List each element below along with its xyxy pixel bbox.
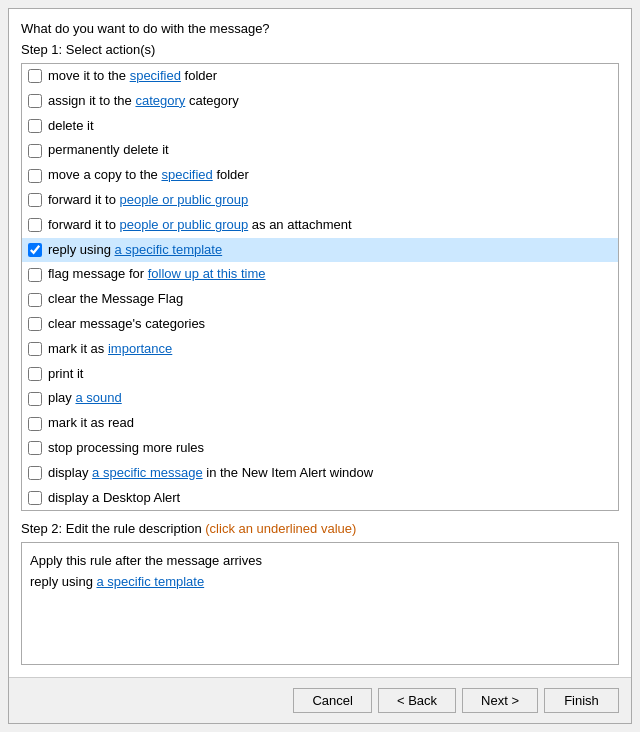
action-label-print: print it (48, 364, 83, 385)
action-label-play-sound: play a sound (48, 388, 122, 409)
action-link-assign[interactable]: category (135, 93, 185, 108)
action-label-perm-delete: permanently delete it (48, 140, 169, 161)
action-item-play-sound: play a sound (22, 386, 618, 411)
next-button[interactable]: Next > (462, 688, 538, 713)
checkbox-desktop-alert[interactable] (28, 491, 42, 505)
action-label-clear-flag: clear the Message Flag (48, 289, 183, 310)
action-label-forward-attach: forward it to people or public group as … (48, 215, 352, 236)
action-label-delete: delete it (48, 116, 94, 137)
action-link-mark-importance[interactable]: importance (108, 341, 172, 356)
action-link-move[interactable]: specified (130, 68, 181, 83)
checkbox-mark-importance[interactable] (28, 342, 42, 356)
checkbox-move[interactable] (28, 69, 42, 83)
action-item-reply-template: reply using a specific template (22, 238, 618, 263)
action-label-display-message: display a specific message in the New It… (48, 463, 373, 484)
action-label-forward: forward it to people or public group (48, 190, 248, 211)
action-label-reply-template: reply using a specific template (48, 240, 222, 261)
action-item-desktop-alert: display a Desktop Alert (22, 486, 618, 511)
action-label-stop-processing: stop processing more rules (48, 438, 204, 459)
action-item-clear-flag: clear the Message Flag (22, 287, 618, 312)
action-item-flag: flag message for follow up at this time (22, 262, 618, 287)
action-label-assign: assign it to the category category (48, 91, 239, 112)
action-label-desktop-alert: display a Desktop Alert (48, 488, 180, 509)
action-link-play-sound[interactable]: a sound (75, 390, 121, 405)
action-label-move: move it to the specified folder (48, 66, 217, 87)
description-line2: reply using a specific template (30, 572, 610, 593)
action-item-assign: assign it to the category category (22, 89, 618, 114)
action-label-mark-read: mark it as read (48, 413, 134, 434)
checkbox-reply-template[interactable] (28, 243, 42, 257)
action-item-print: print it (22, 362, 618, 387)
checkbox-mark-read[interactable] (28, 417, 42, 431)
checkbox-delete[interactable] (28, 119, 42, 133)
checkbox-assign[interactable] (28, 94, 42, 108)
checkbox-print[interactable] (28, 367, 42, 381)
action-label-clear-cat: clear message's categories (48, 314, 205, 335)
description-line1: Apply this rule after the message arrive… (30, 551, 610, 572)
action-label-move-copy: move a copy to the specified folder (48, 165, 249, 186)
action-link-flag[interactable]: follow up at this time (148, 266, 266, 281)
button-row: Cancel < Back Next > Finish (9, 678, 631, 723)
description-prefix: reply using (30, 574, 96, 589)
action-item-mark-importance: mark it as importance (22, 337, 618, 362)
action-item-perm-delete: permanently delete it (22, 138, 618, 163)
question-text: What do you want to do with the message? (21, 21, 619, 36)
action-item-stop-processing: stop processing more rules (22, 436, 618, 461)
checkbox-stop-processing[interactable] (28, 441, 42, 455)
action-label-mark-importance: mark it as importance (48, 339, 172, 360)
action-item-delete: delete it (22, 114, 618, 139)
action-item-forward-attach: forward it to people or public group as … (22, 213, 618, 238)
action-item-display-message: display a specific message in the New It… (22, 461, 618, 486)
checkbox-clear-cat[interactable] (28, 317, 42, 331)
action-item-mark-read: mark it as read (22, 411, 618, 436)
checkbox-perm-delete[interactable] (28, 144, 42, 158)
checkbox-play-sound[interactable] (28, 392, 42, 406)
description-link[interactable]: a specific template (96, 574, 204, 589)
checkbox-forward[interactable] (28, 193, 42, 207)
step1-label: Step 1: Select action(s) (21, 42, 619, 57)
action-link-forward[interactable]: people or public group (120, 192, 249, 207)
checkbox-move-copy[interactable] (28, 169, 42, 183)
action-item-move: move it to the specified folder (22, 64, 618, 89)
description-box: Apply this rule after the message arrive… (21, 542, 619, 665)
action-link-move-copy[interactable]: specified (161, 167, 212, 182)
action-item-clear-cat: clear message's categories (22, 312, 618, 337)
action-item-forward: forward it to people or public group (22, 188, 618, 213)
action-list: move it to the specified folderassign it… (21, 63, 619, 511)
checkbox-flag[interactable] (28, 268, 42, 282)
dialog: What do you want to do with the message?… (8, 8, 632, 724)
action-label-flag: flag message for follow up at this time (48, 264, 266, 285)
finish-button[interactable]: Finish (544, 688, 619, 713)
action-item-move-copy: move a copy to the specified folder (22, 163, 618, 188)
action-link-reply-template[interactable]: a specific template (114, 242, 222, 257)
back-button[interactable]: < Back (378, 688, 456, 713)
checkbox-display-message[interactable] (28, 466, 42, 480)
action-link-forward-attach[interactable]: people or public group (120, 217, 249, 232)
action-link-display-message[interactable]: a specific message (92, 465, 203, 480)
cancel-button[interactable]: Cancel (293, 688, 371, 713)
checkbox-clear-flag[interactable] (28, 293, 42, 307)
step2-label: Step 2: Edit the rule description (click… (21, 521, 619, 536)
checkbox-forward-attach[interactable] (28, 218, 42, 232)
